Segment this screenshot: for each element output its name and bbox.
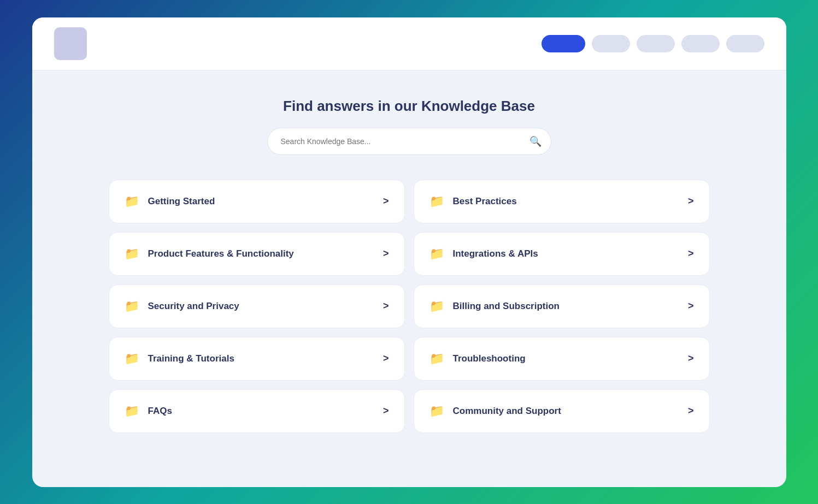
chevron-right-icon: > [688, 353, 694, 364]
chevron-right-icon: > [688, 405, 694, 417]
chevron-right-icon: > [383, 353, 389, 364]
main-content: Find answers in our Knowledge Base 🔍 📁 G… [32, 70, 786, 487]
category-label: Community and Support [453, 406, 561, 417]
logo [54, 27, 87, 60]
category-card-troubleshooting[interactable]: 📁 Troubleshooting > [414, 337, 710, 381]
category-label: Billing and Subscription [453, 301, 560, 312]
chevron-right-icon: > [383, 248, 389, 259]
category-label: Product Features & Functionality [148, 248, 294, 259]
app-window: Find answers in our Knowledge Base 🔍 📁 G… [32, 17, 786, 487]
nav-pill-4[interactable] [681, 35, 720, 52]
folder-icon: 📁 [429, 352, 444, 366]
folder-icon: 📁 [125, 194, 139, 209]
chevron-right-icon: > [688, 300, 694, 312]
category-label: Integrations & APIs [453, 248, 538, 259]
search-icon[interactable]: 🔍 [529, 135, 542, 147]
chevron-right-icon: > [383, 195, 389, 207]
category-card-product-features[interactable]: 📁 Product Features & Functionality > [109, 232, 405, 276]
search-container: 🔍 [267, 128, 551, 155]
folder-icon: 📁 [429, 194, 444, 209]
category-label: Security and Privacy [148, 301, 239, 312]
category-card-best-practices[interactable]: 📁 Best Practices > [414, 180, 710, 223]
folder-icon: 📁 [429, 299, 444, 313]
chevron-right-icon: > [383, 405, 389, 417]
chevron-right-icon: > [688, 248, 694, 259]
nav-pill-3[interactable] [637, 35, 675, 52]
folder-icon: 📁 [125, 352, 139, 366]
category-label: FAQs [148, 406, 172, 417]
category-label: Getting Started [148, 196, 215, 207]
folder-icon: 📁 [125, 299, 139, 313]
category-card-security-privacy[interactable]: 📁 Security and Privacy > [109, 284, 405, 328]
nav-pills [542, 35, 764, 52]
categories-grid: 📁 Getting Started > 📁 Best Practices > 📁… [109, 180, 710, 433]
nav-pill-1[interactable] [542, 35, 585, 52]
category-card-faqs[interactable]: 📁 FAQs > [109, 389, 405, 433]
folder-icon: 📁 [125, 404, 139, 418]
nav-pill-2[interactable] [592, 35, 630, 52]
header [32, 17, 786, 70]
category-label: Training & Tutorials [148, 353, 234, 364]
category-card-integrations-apis[interactable]: 📁 Integrations & APIs > [414, 232, 710, 276]
folder-icon: 📁 [429, 247, 444, 261]
category-label: Best Practices [453, 196, 517, 207]
chevron-right-icon: > [688, 195, 694, 207]
category-card-community-support[interactable]: 📁 Community and Support > [414, 389, 710, 433]
category-card-billing-subscription[interactable]: 📁 Billing and Subscription > [414, 284, 710, 328]
folder-icon: 📁 [429, 404, 444, 418]
category-label: Troubleshooting [453, 353, 526, 364]
folder-icon: 📁 [125, 247, 139, 261]
nav-pill-5[interactable] [726, 35, 764, 52]
hero-title: Find answers in our Knowledge Base [283, 98, 535, 115]
category-card-getting-started[interactable]: 📁 Getting Started > [109, 180, 405, 223]
search-input[interactable] [267, 128, 551, 155]
chevron-right-icon: > [383, 300, 389, 312]
category-card-training-tutorials[interactable]: 📁 Training & Tutorials > [109, 337, 405, 381]
